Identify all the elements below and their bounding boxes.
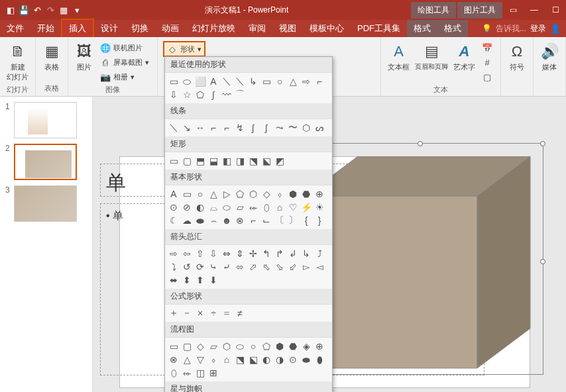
shape-arrow-15[interactable]: ⟳ [194, 261, 206, 273]
shape-basic-23[interactable]: ⚡ [300, 201, 312, 213]
shape-cylinder[interactable]: ⬭ [181, 75, 193, 87]
shape-fc-18[interactable]: ⬔ [234, 354, 246, 366]
shape-curve2[interactable]: ∫ [207, 89, 219, 101]
tellme-text[interactable]: 告诉我... [496, 23, 526, 34]
shape-fc-28[interactable]: ⊞ [207, 367, 219, 379]
shape-star[interactable]: ☆ [181, 89, 193, 101]
shape-arrow-28[interactable]: ⬇ [207, 274, 219, 286]
shape-line-7[interactable]: ∫ [247, 122, 259, 134]
shape-line[interactable]: ＼ [221, 75, 233, 87]
shape-line-11[interactable]: ⬡ [300, 122, 312, 134]
shape-basic-6[interactable]: ⬠ [234, 188, 246, 200]
shape-arrow-22[interactable]: ⬃ [287, 261, 299, 273]
shape-fc-21[interactable]: ◑ [274, 354, 286, 366]
shape-fc-17[interactable]: ⌂ [221, 354, 233, 366]
shape-textbox2[interactable]: A [207, 75, 219, 87]
shape-basic-22[interactable]: ♡ [287, 201, 299, 213]
shape-eq-3[interactable]: × [194, 307, 206, 319]
screenshot-button[interactable]: ⎙ 屏幕截图▾ [97, 56, 152, 69]
shape-line-5[interactable]: ⌐ [221, 122, 233, 134]
shape-basic-20[interactable]: ⬯ [260, 201, 272, 213]
shape-curve[interactable]: 〰 [221, 89, 233, 101]
shape-basic-27[interactable]: ⬬ [194, 215, 206, 226]
shape-basic-29[interactable]: ☻ [221, 215, 233, 226]
shape-rect[interactable]: ▭ [260, 75, 272, 87]
shape-basic-14[interactable]: ⊘ [181, 201, 193, 213]
shape-fc-3[interactable]: ◇ [194, 340, 206, 352]
shape-line-10[interactable]: 〜 [287, 122, 299, 134]
tab-format-picture[interactable]: 格式 [437, 20, 468, 37]
redo-icon[interactable]: ↷ [45, 5, 56, 15]
shape-basic-33[interactable]: 〔 [274, 215, 286, 226]
shape-arrow-19[interactable]: ⬀ [247, 261, 259, 273]
undo-icon[interactable]: ↶ [32, 5, 42, 15]
shape-basic-28[interactable]: ⌢ [207, 215, 219, 226]
shape-fc-27[interactable]: ◫ [194, 367, 206, 379]
shape-arrow-3[interactable]: ⇧ [194, 248, 206, 260]
shape-basic-12[interactable]: ⊕ [313, 188, 325, 200]
shape-line-2[interactable]: ↘ [181, 122, 193, 134]
tab-templates[interactable]: 模板中心 [303, 20, 351, 37]
shape-basic-13[interactable]: ⊙ [168, 201, 180, 213]
shape-arrow-26[interactable]: ⬍ [181, 274, 193, 286]
slide-thumb-1[interactable]: 1 [5, 102, 87, 138]
textbox-button[interactable]: A 文本框 [385, 40, 412, 85]
tab-transitions[interactable]: 切换 [125, 20, 155, 37]
shape-basic-19[interactable]: ⬰ [247, 201, 259, 213]
shape-rect-5[interactable]: ◧ [221, 155, 233, 167]
tab-insert[interactable]: 插入 [61, 19, 94, 38]
shape-basic-24[interactable]: ☀ [313, 201, 325, 213]
shape-basic-2[interactable]: ▭ [181, 188, 193, 200]
shape-fc-13[interactable]: ⊗ [168, 354, 180, 366]
online-picture-button[interactable]: 🌐 联机图片 [97, 41, 152, 54]
shape-basic-4[interactable]: △ [207, 188, 219, 200]
shape-arrow-6[interactable]: ⇕ [234, 248, 246, 260]
picture-button[interactable]: 🖼 图片 [72, 40, 96, 85]
save-icon[interactable]: 💾 [19, 5, 29, 15]
shape-fc-6[interactable]: ⬭ [234, 340, 246, 352]
header-footer-button[interactable]: ▤ 页眉和页脚 [412, 40, 451, 85]
shape-basic-30[interactable]: ⊗ [234, 215, 246, 226]
shape-triangle[interactable]: △ [287, 75, 299, 87]
shape-arrow[interactable]: ⇨ [300, 75, 312, 87]
shape-fc-11[interactable]: ◈ [300, 340, 312, 352]
minimize-icon[interactable]: — [524, 0, 545, 20]
shape-arrow-1[interactable]: ⇨ [168, 248, 180, 260]
shape-fc-2[interactable]: ▢ [181, 340, 193, 352]
shape-arrow-18[interactable]: ⬄ [234, 261, 246, 273]
shape-arrow-16[interactable]: ⤷ [207, 261, 219, 273]
share-icon[interactable]: 👤 [550, 24, 561, 34]
shape-arrow-5[interactable]: ⇔ [221, 248, 233, 260]
shape-basic-31[interactable]: ⌐ [247, 215, 259, 226]
shape-rect-4[interactable]: ⬓ [207, 155, 219, 167]
shape-arrow-2[interactable]: ⇦ [181, 248, 193, 260]
shape-arrow-24[interactable]: ◅ [313, 261, 325, 273]
shape-arrow-9[interactable]: ↱ [274, 248, 286, 260]
wordart-button[interactable]: A 艺术字 [451, 40, 478, 85]
shape-arrow-27[interactable]: ⬆ [194, 274, 206, 286]
shapes-dropdown[interactable]: 最近使用的形状 ▭ ⬭ ⬜ A ＼ ＼ ↳ ▭ ○ △ ⇨ ⌐ ⇩ ☆ ⬠ ∫ … [164, 56, 333, 392]
context-tab-picture[interactable]: 图片工具 [457, 2, 502, 19]
shape-rect-8[interactable]: ⬕ [260, 155, 272, 167]
shape-arrow-13[interactable]: ⤵ [168, 261, 180, 273]
shape-basic-34[interactable]: 〕 [287, 215, 299, 226]
shape-basic-25[interactable]: ☾ [168, 215, 180, 226]
shape-basic-7[interactable]: ⬡ [247, 188, 259, 200]
shape-basic-36[interactable]: } [313, 215, 325, 226]
symbol-button[interactable]: Ω 符号 [505, 40, 529, 75]
shape-fc-14[interactable]: △ [181, 354, 193, 366]
shape-arrow-down[interactable]: ⇩ [168, 89, 180, 101]
tab-review[interactable]: 审阅 [242, 20, 272, 37]
shape-fc-15[interactable]: ▽ [194, 354, 206, 366]
shape-arrow-21[interactable]: ⬂ [274, 261, 286, 273]
shape-fc-25[interactable]: ⬯ [168, 367, 180, 379]
shape-basic-3[interactable]: ○ [194, 188, 206, 200]
shape-fc-9[interactable]: ⬢ [274, 340, 286, 352]
date-button[interactable]: 📅 [479, 41, 495, 54]
shape-line-12[interactable]: ᔕ [313, 122, 325, 134]
context-tab-drawing[interactable]: 绘图工具 [411, 2, 456, 19]
shapes-button[interactable]: ◇ 形状▾ [163, 41, 205, 57]
shape-basic-10[interactable]: ⬢ [287, 188, 299, 200]
shape-basic-8[interactable]: ◇ [260, 188, 272, 200]
shape-basic-26[interactable]: ☁ [181, 215, 193, 226]
